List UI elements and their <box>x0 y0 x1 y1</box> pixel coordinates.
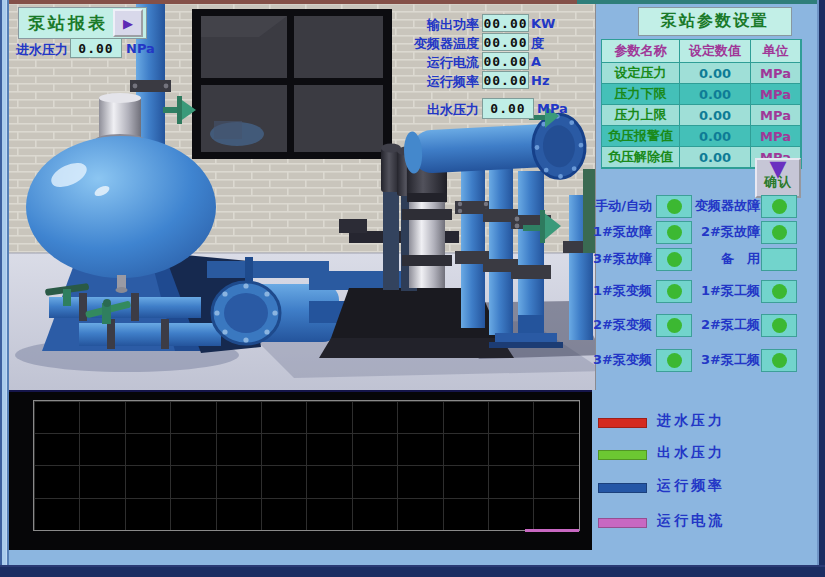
status-label-pump1-fault: 1#泵故障 <box>588 221 652 242</box>
indicator-lamp <box>772 353 787 368</box>
status-label-pump3-fault: 3#泵故障 <box>588 248 652 269</box>
inverter-temp-label: 变频器温度 <box>393 35 479 53</box>
confirm-button-label: 确认 <box>764 175 792 188</box>
trend-chart-plot-area <box>33 400 580 531</box>
param-name: 压力上限 <box>602 105 680 126</box>
indicator-lamp <box>772 318 787 333</box>
legend-swatch-running-frequency <box>598 483 647 493</box>
status-label-pump2-vfd: 2#泵变频 <box>588 314 652 335</box>
inlet-pressure-value: 0.00 <box>70 38 122 58</box>
window-frame-top <box>0 0 825 4</box>
param-setpoint[interactable]: 0.00 <box>680 126 751 147</box>
param-setpoint[interactable]: 0.00 <box>680 84 751 105</box>
legend-swatch-inlet-pressure <box>598 418 647 428</box>
indicator-lamp <box>772 225 787 240</box>
output-power-label: 输出功率 <box>393 16 479 34</box>
param-unit: MPa <box>751 126 801 147</box>
status-indicator-pump1-mains <box>761 280 797 303</box>
indicator-lamp <box>667 199 682 214</box>
indicator-lamp <box>667 318 682 333</box>
running-current-unit: A <box>531 54 541 69</box>
column-header-unit: 单位 <box>751 40 801 63</box>
indicator-lamp <box>772 199 787 214</box>
settings-panel-title: 泵站参数设置 <box>638 7 792 36</box>
param-unit: MPa <box>751 105 801 126</box>
status-indicator-spare <box>761 248 797 271</box>
status-label-inverter-fault: 变频器故障 <box>686 195 760 216</box>
trend-chart <box>9 390 592 550</box>
indicator-lamp <box>667 353 682 368</box>
indicator-lamp <box>772 284 787 299</box>
status-label-pump3-mains: 3#泵工频 <box>686 349 760 370</box>
window-frame-left <box>0 0 9 577</box>
window-frame-right <box>817 0 825 577</box>
report-button-label: 泵站报表 <box>28 12 108 35</box>
param-name: 压力下限 <box>602 84 680 105</box>
status-indicator-pump2-fault <box>761 221 797 244</box>
legend-label-inlet-pressure: 进水压力 <box>657 412 725 430</box>
output-power-unit: KW <box>531 16 555 31</box>
status-indicator-pump2-mains <box>761 314 797 337</box>
window-frame-bottom <box>0 565 825 577</box>
status-label-pump1-mains: 1#泵工频 <box>686 280 760 301</box>
running-frequency-value: 00.00 <box>482 71 529 89</box>
legend-swatch-running-current <box>598 518 647 528</box>
param-name: 负压解除值 <box>602 147 680 168</box>
status-label-spare: 备 用 <box>686 248 760 269</box>
param-setpoint[interactable]: 0.00 <box>680 63 751 84</box>
play-icon[interactable]: ▶ <box>113 9 143 37</box>
outlet-pressure-label: 出水压力 <box>393 101 479 119</box>
window <box>192 9 392 159</box>
running-frequency-unit: Hz <box>531 73 549 88</box>
outlet-pressure-value: 0.00 <box>482 98 534 119</box>
status-label-pump1-vfd: 1#泵变频 <box>588 280 652 301</box>
inverter-temp-unit: 度 <box>531 35 544 53</box>
status-label-pump2-mains: 2#泵工频 <box>686 314 760 335</box>
status-indicator-pump3-mains <box>761 349 797 372</box>
param-unit: MPa <box>751 84 801 105</box>
running-frequency-label: 运行频率 <box>393 73 479 91</box>
legend-label-outlet-pressure: 出水压力 <box>657 444 725 462</box>
confirm-button[interactable]: ▼ 确认 <box>755 158 801 198</box>
param-name: 设定压力 <box>602 63 680 84</box>
output-power-value: 00.00 <box>482 14 529 32</box>
running-current-label: 运行电流 <box>393 54 479 72</box>
param-name: 负压报警值 <box>602 126 680 147</box>
report-button[interactable]: 泵站报表 ▶ <box>18 7 147 39</box>
column-header-name: 参数名称 <box>602 40 680 63</box>
running-current-value: 00.00 <box>482 52 529 70</box>
param-setpoint[interactable]: 0.00 <box>680 147 751 168</box>
indicator-lamp <box>667 252 682 267</box>
indicator-lamp <box>667 284 682 299</box>
column-header-value: 设定数值 <box>680 40 751 63</box>
status-label-pump2-fault: 2#泵故障 <box>686 221 760 242</box>
legend-label-running-frequency: 运行频率 <box>657 477 725 495</box>
inlet-pressure-label: 进水压力 <box>14 41 68 59</box>
status-indicator-inverter-fault <box>761 195 797 218</box>
status-label-pump3-vfd: 3#泵变频 <box>588 349 652 370</box>
inverter-temp-value: 00.00 <box>482 33 529 51</box>
param-unit: MPa <box>751 63 801 84</box>
status-label-manual-auto: 手动/自动 <box>588 195 652 216</box>
legend-swatch-outlet-pressure <box>598 450 647 460</box>
parameter-table: 参数名称 设定数值 单位 设定压力 0.00 MPa 压力下限 0.00 MPa… <box>601 39 802 169</box>
indicator-lamp <box>667 225 682 240</box>
inlet-pressure-unit: NPa <box>126 41 155 56</box>
legend-label-running-current: 运行电流 <box>657 512 725 530</box>
param-setpoint[interactable]: 0.00 <box>680 105 751 126</box>
outlet-pressure-unit: MPa <box>537 101 568 116</box>
running-current-trace <box>525 529 579 532</box>
